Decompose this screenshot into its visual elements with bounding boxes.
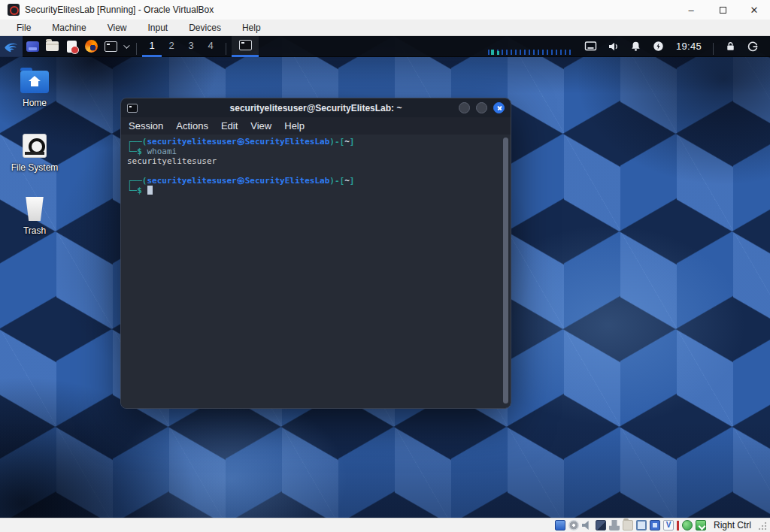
logout-glyph xyxy=(747,41,759,53)
typed-command: whoami xyxy=(147,147,177,156)
home-glyph xyxy=(20,71,49,93)
desktop-icon-label: Trash xyxy=(23,225,46,236)
menu-file[interactable]: File xyxy=(6,20,41,36)
vbox-titlebar[interactable]: SecurityElitesLab [Running] - Oracle Vir… xyxy=(0,0,770,20)
terminal-menu-help[interactable]: Help xyxy=(284,120,305,131)
chevron-glyph xyxy=(123,42,129,48)
power-icon[interactable] xyxy=(647,36,670,57)
maximize-button[interactable] xyxy=(707,0,738,20)
terminal-launcher-icon[interactable] xyxy=(101,36,120,57)
shared-folders-icon[interactable] xyxy=(623,520,633,530)
activity-graph xyxy=(488,50,572,55)
menu-help[interactable]: Help xyxy=(232,20,271,36)
menu-view[interactable]: View xyxy=(97,20,138,36)
audio-icon[interactable] xyxy=(582,520,593,530)
features-icon[interactable]: V xyxy=(663,520,674,530)
desktop-icon-file-system[interactable]: File System xyxy=(5,134,64,173)
virtualbox-app-icon xyxy=(8,4,20,16)
blank-line xyxy=(127,166,505,176)
optical-drives-icon[interactable] xyxy=(568,520,579,530)
terminal-window: securityelitesuser@SecurityElitesLab: ~ … xyxy=(120,98,511,409)
recording-icon[interactable] xyxy=(650,520,660,530)
volume-icon[interactable] xyxy=(602,36,625,57)
workspace-button-1[interactable]: 1 xyxy=(142,36,162,57)
mouse-integration-icon[interactable] xyxy=(682,520,693,530)
host-key-label: Right Ctrl xyxy=(714,520,751,530)
terminal-window-icon xyxy=(239,40,252,50)
show-desktop-icon[interactable] xyxy=(23,36,42,57)
kali-dragon-glyph xyxy=(3,38,20,55)
terminal-minimize-button[interactable] xyxy=(459,102,470,113)
prompt-line: ┌──(securityelitesuser㉿SecurityElitesLab… xyxy=(127,176,505,186)
close-button[interactable]: ✕ xyxy=(738,0,770,20)
maximize-icon xyxy=(720,7,726,14)
lock-icon[interactable] xyxy=(719,36,741,57)
desktop-icon-trash[interactable]: Trash xyxy=(5,197,64,236)
features-indicator-bar xyxy=(677,521,679,530)
terminal-window-buttons xyxy=(459,102,505,113)
keyboard-icon[interactable] xyxy=(696,520,706,530)
network-icon[interactable] xyxy=(596,520,606,530)
resize-grip[interactable] xyxy=(757,521,767,530)
panel-separator xyxy=(226,43,226,55)
notifications-icon[interactable] xyxy=(625,36,647,57)
panel-spacer xyxy=(259,36,488,56)
vbox-menubar: File Machine View Input Devices Help xyxy=(0,20,770,36)
kali-menu-icon[interactable] xyxy=(0,36,23,57)
power-bolt-glyph xyxy=(653,41,664,52)
terminal-cursor xyxy=(147,186,153,195)
desktop-icon-label: Home xyxy=(23,98,47,108)
window-title: SecurityElitesLab [Running] - Oracle Vir… xyxy=(25,5,214,15)
command-output: securityelitesuser xyxy=(127,156,505,166)
command-line: └─$ xyxy=(127,186,505,195)
window-controls: – ✕ xyxy=(675,0,770,20)
virtualbox-window: SecurityElitesLab [Running] - Oracle Vir… xyxy=(0,0,770,532)
folder-glyph xyxy=(46,41,59,51)
kali-panel: 1 2 3 4 xyxy=(0,36,770,57)
terminal-menu-session[interactable]: Session xyxy=(129,120,163,131)
vm-display[interactable]: 1 2 3 4 xyxy=(0,36,770,518)
workspace-button-2[interactable]: 2 xyxy=(162,36,181,57)
display-icon[interactable] xyxy=(580,36,602,57)
firefox-glyph xyxy=(85,40,98,53)
terminal-content[interactable]: ┌──(securityelitesuser㉿SecurityElitesLab… xyxy=(121,135,511,408)
prompt-line: ┌──(securityelitesuser㉿SecurityElitesLab… xyxy=(127,137,505,147)
display-glyph xyxy=(584,41,597,52)
workspace-button-3[interactable]: 3 xyxy=(181,36,201,57)
desktop-glyph xyxy=(26,41,39,52)
terminal-menu-edit[interactable]: Edit xyxy=(221,120,238,131)
editor-glyph xyxy=(67,41,77,53)
hard-disks-icon[interactable] xyxy=(555,520,565,530)
firefox-icon[interactable] xyxy=(81,36,101,57)
workspace-button-4[interactable]: 4 xyxy=(201,36,220,57)
menu-devices[interactable]: Devices xyxy=(178,20,232,36)
panel-tray: 19:45 xyxy=(488,36,770,56)
file-manager-icon[interactable] xyxy=(42,36,62,57)
terminal-menu-view[interactable]: View xyxy=(250,120,271,131)
terminal-menubar: Session Actions Edit View Help xyxy=(121,117,511,135)
terminal-scrollbar[interactable] xyxy=(503,138,508,404)
terminal-icon xyxy=(127,104,138,113)
panel-left: 1 2 3 4 xyxy=(0,36,259,56)
usb-icon[interactable] xyxy=(609,520,620,530)
panel-separator xyxy=(136,43,137,55)
text-editor-icon[interactable] xyxy=(62,36,81,57)
terminal-titlebar[interactable]: securityelitesuser@SecurityElitesLab: ~ xyxy=(121,98,511,117)
panel-separator xyxy=(713,43,714,55)
menu-input[interactable]: Input xyxy=(138,20,179,36)
clock[interactable]: 19:45 xyxy=(670,41,708,52)
desktop-icon-home[interactable]: Home xyxy=(5,71,64,108)
vbox-statusbar: V Right Ctrl xyxy=(0,518,770,532)
menu-machine[interactable]: Machine xyxy=(41,20,96,36)
terminal-close-button[interactable] xyxy=(493,102,505,113)
minimize-button[interactable]: – xyxy=(675,0,707,20)
chevron-down-icon[interactable] xyxy=(120,36,131,57)
taskbar-terminal-button[interactable] xyxy=(232,36,259,57)
terminal-maximize-button[interactable] xyxy=(476,102,487,113)
display-icon[interactable] xyxy=(636,520,647,530)
trash-icon xyxy=(24,197,45,221)
padlock-glyph xyxy=(725,41,736,52)
desktop-icon-label: File System xyxy=(11,162,59,173)
terminal-menu-actions[interactable]: Actions xyxy=(176,120,208,131)
logout-icon[interactable] xyxy=(741,36,764,57)
